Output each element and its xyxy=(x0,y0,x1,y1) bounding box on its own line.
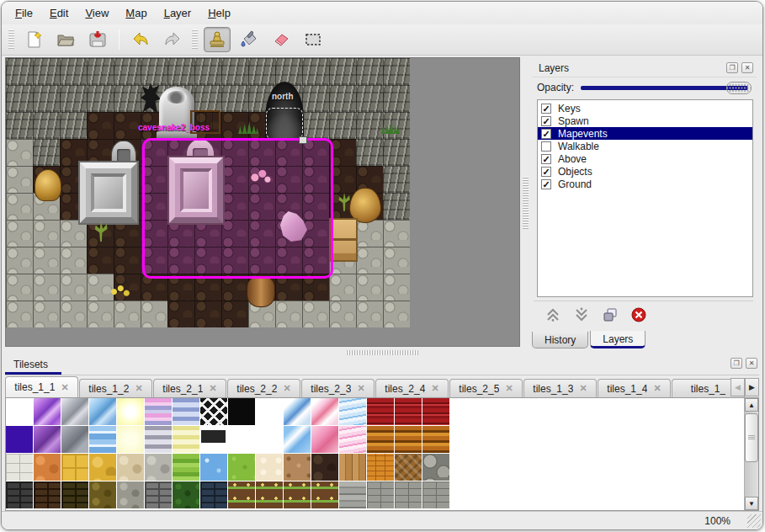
map-tile[interactable] xyxy=(356,220,383,247)
tileset-tab-tiles_1_1[interactable]: tiles_1_1✕ xyxy=(5,376,78,397)
opacity-slider-handle[interactable] xyxy=(726,82,752,94)
new-map-button[interactable] xyxy=(20,27,47,52)
palette-tile-olive-brick[interactable] xyxy=(61,481,88,508)
map-tile[interactable] xyxy=(248,58,275,85)
scroll-tabs-right-button[interactable]: ▶ xyxy=(745,378,759,396)
map-tile[interactable] xyxy=(114,220,141,247)
map-tile[interactable] xyxy=(383,220,410,247)
map-tile[interactable] xyxy=(383,58,410,85)
map-tile[interactable] xyxy=(33,58,60,85)
map-tile[interactable] xyxy=(221,58,248,85)
layer-row-above[interactable]: ✓Above xyxy=(538,152,752,165)
map-tile[interactable] xyxy=(383,139,410,166)
layer-row-keys[interactable]: ✓Keys xyxy=(538,102,752,114)
map-tile[interactable] xyxy=(6,85,33,112)
map-tile[interactable] xyxy=(60,220,87,247)
palette-tile-water-band[interactable] xyxy=(89,426,116,453)
close-tab-icon[interactable]: ✕ xyxy=(431,383,438,394)
palette-tile-round-stones[interactable] xyxy=(422,454,449,481)
close-panel-icon[interactable]: ✕ xyxy=(741,62,753,73)
map-tile[interactable] xyxy=(60,247,87,274)
palette-tile-blue-gem[interactable] xyxy=(89,398,116,425)
menu-edit[interactable]: Edit xyxy=(41,3,77,23)
menu-help[interactable]: Help xyxy=(199,3,239,23)
scrollbar-thumb[interactable] xyxy=(745,413,758,462)
map-object-cabinet[interactable] xyxy=(329,218,358,262)
menu-view[interactable]: View xyxy=(77,3,117,23)
palette-tile-purple-gem[interactable] xyxy=(34,398,61,425)
palette-tile-farm[interactable] xyxy=(256,481,283,508)
palette-tile-dark-brick[interactable] xyxy=(6,481,33,508)
map-tile[interactable] xyxy=(60,85,87,112)
close-tab-icon[interactable]: ✕ xyxy=(61,382,68,393)
tileset-tab-tiles_2_1[interactable]: tiles_2_1✕ xyxy=(153,379,226,397)
map-tile[interactable] xyxy=(383,85,410,112)
palette-tile-lt-gray-brick[interactable] xyxy=(367,481,394,508)
palette-tile-yellow-stone[interactable] xyxy=(89,481,116,508)
palette-tile-pink-gem[interactable] xyxy=(311,398,338,425)
menu-map[interactable]: Map xyxy=(117,3,155,23)
dock-tab-history[interactable]: History xyxy=(532,332,588,348)
map-tile[interactable] xyxy=(383,274,410,301)
map-tile[interactable] xyxy=(6,166,33,193)
close-tab-icon[interactable]: ✕ xyxy=(579,383,587,394)
palette-tile-sand[interactable] xyxy=(256,454,283,481)
layer-row-spawn[interactable]: ✓Spawn xyxy=(538,114,752,127)
map-tile[interactable] xyxy=(114,247,141,274)
map-tile[interactable] xyxy=(6,112,33,139)
layer-visibility-checkbox[interactable]: ✓ xyxy=(541,116,551,126)
undo-button[interactable] xyxy=(127,27,154,52)
palette-tile-blue-gem2[interactable] xyxy=(284,398,311,425)
close-panel-icon[interactable]: ✕ xyxy=(746,358,757,369)
palette-tile-indigo[interactable] xyxy=(6,426,33,453)
palette-tile-gray-brick[interactable] xyxy=(145,481,172,508)
map-tile[interactable] xyxy=(329,301,356,327)
palette-tile-dark-scale[interactable] xyxy=(311,454,338,481)
palette-tile-lattice[interactable] xyxy=(200,398,227,425)
map-tile[interactable] xyxy=(60,58,87,85)
toolbar-drag-handle[interactable] xyxy=(192,29,198,50)
palette-tile-grass-stripes[interactable] xyxy=(173,454,199,481)
opacity-slider[interactable] xyxy=(581,81,752,94)
tileset-tab-tiles_2_5[interactable]: tiles_2_5✕ xyxy=(449,379,523,397)
map-viewport[interactable]: cavesnake2_bossnorth xyxy=(5,57,520,347)
menu-layer[interactable]: Layer xyxy=(156,3,200,23)
palette-tile-yellow-flag[interactable] xyxy=(89,454,116,481)
menu-file[interactable]: File xyxy=(7,3,41,23)
map-tile[interactable] xyxy=(383,193,410,220)
palette-tile-gray-stripes[interactable] xyxy=(145,426,172,453)
palette-tile-rust-stripes[interactable] xyxy=(395,426,422,453)
map-tile[interactable] xyxy=(33,274,60,301)
palette-tile-hedge[interactable] xyxy=(173,481,199,508)
toolbar-drag-handle[interactable] xyxy=(8,29,14,50)
palette-tile-brown-brick[interactable] xyxy=(34,481,61,508)
map-tile[interactable] xyxy=(194,301,221,327)
scroll-down-button[interactable]: ▼ xyxy=(745,497,758,510)
map-tile[interactable] xyxy=(383,247,410,274)
palette-tile-purple-gem-dk[interactable] xyxy=(34,426,61,453)
palette-tile-rust-stripes[interactable] xyxy=(422,426,449,453)
map-tile[interactable] xyxy=(33,112,60,139)
tile-palette[interactable] xyxy=(6,398,744,510)
palette-tile-gray-cobble[interactable] xyxy=(145,454,172,481)
palette-tile-yellow-glow[interactable] xyxy=(117,398,144,425)
selection-rectangle[interactable] xyxy=(142,138,333,279)
map-object-barrel[interactable] xyxy=(247,275,275,307)
palette-tile-farm[interactable] xyxy=(284,481,311,508)
palette-tile-farm[interactable] xyxy=(228,481,255,508)
palette-tile-pale-yellow[interactable] xyxy=(117,426,144,453)
palette-tile-blue-stripes[interactable] xyxy=(173,398,199,425)
map-tile[interactable] xyxy=(167,58,194,85)
map-tile[interactable] xyxy=(221,301,248,327)
layer-visibility-checkbox[interactable]: ✓ xyxy=(541,154,551,164)
tileset-tab-tiles_2_4[interactable]: tiles_2_4✕ xyxy=(375,379,449,397)
palette-tile-herringbone[interactable] xyxy=(395,454,422,481)
palette-tile-empty[interactable] xyxy=(256,426,283,453)
layer-visibility-checkbox[interactable] xyxy=(541,141,551,152)
scroll-tabs-left-button[interactable]: ◀ xyxy=(730,378,745,396)
map-tile[interactable] xyxy=(221,85,248,112)
map-tile[interactable] xyxy=(6,139,33,166)
scroll-up-button[interactable]: ▲ xyxy=(745,398,758,412)
close-tab-icon[interactable]: ✕ xyxy=(653,383,661,394)
palette-tile-beige-cobble[interactable] xyxy=(117,454,144,481)
